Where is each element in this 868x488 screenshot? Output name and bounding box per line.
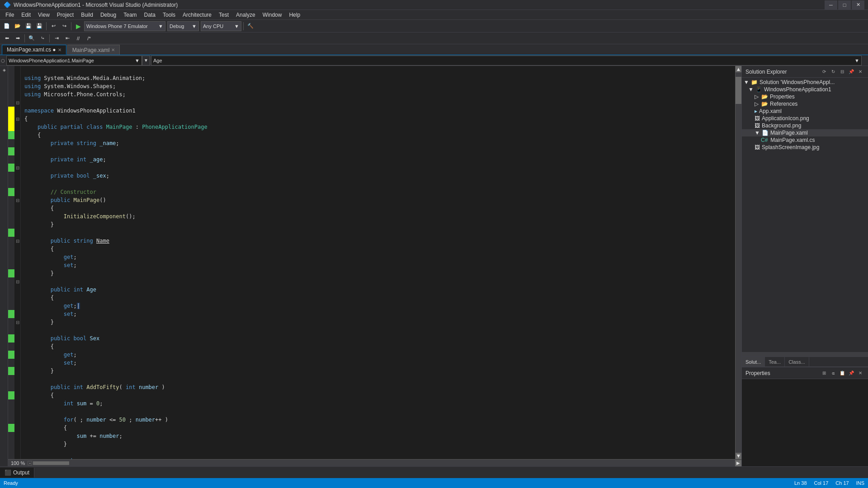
sol-sync-btn[interactable]: ⟳ xyxy=(820,68,828,76)
solution-explorer-title: Solution Explorer xyxy=(745,69,820,75)
collapse-addtofifty[interactable]: ⊟ xyxy=(14,318,20,326)
nav-expand-btn[interactable]: ▼ xyxy=(142,56,150,66)
open-btn[interactable]: 📂 xyxy=(13,21,23,31)
menu-architecture[interactable]: Architecture xyxy=(179,10,215,20)
references-folder-icon: 📂 xyxy=(761,101,768,107)
menu-debug[interactable]: Debug xyxy=(97,10,120,20)
tree-app-xaml[interactable]: ▸ App.xaml xyxy=(742,108,868,115)
indent-btn[interactable]: ⇥ xyxy=(52,33,61,43)
collapse-name[interactable]: ⊟ xyxy=(14,196,20,204)
new-project-btn[interactable]: 📄 xyxy=(2,21,12,31)
tab-mainpage-xaml[interactable]: MainPage.xaml ✕ xyxy=(67,45,120,55)
goto-btn[interactable]: ⤷ xyxy=(38,33,47,43)
collapse-age[interactable]: ⊟ xyxy=(14,237,20,245)
sep1 xyxy=(46,22,47,30)
prop-pages-btn[interactable]: 📋 xyxy=(838,369,846,377)
menu-build[interactable]: Build xyxy=(77,10,97,20)
ind-yellow1 xyxy=(8,107,14,115)
output-tab[interactable]: ⬛ Output xyxy=(0,468,34,478)
menu-view[interactable]: View xyxy=(34,10,53,20)
menu-test[interactable]: Test xyxy=(215,10,232,20)
background-label: Background.png xyxy=(762,122,801,129)
menu-window[interactable]: Window xyxy=(259,10,286,20)
menu-data[interactable]: Data xyxy=(141,10,159,20)
tree-background[interactable]: 🖼 Background.png xyxy=(742,122,868,129)
status-line: Ln 38 xyxy=(794,480,807,486)
nav-member-dropdown[interactable]: Age ▼ xyxy=(151,56,862,66)
collapse-sex[interactable]: ⊟ xyxy=(14,277,20,286)
build-btn[interactable]: 🔨 xyxy=(245,21,255,31)
zoom-minus-btn[interactable]: - xyxy=(28,461,32,465)
collapse-class[interactable]: ⊟ xyxy=(14,115,20,123)
tree-references[interactable]: ▷ 📂 References xyxy=(742,100,868,108)
tab-mainpage-xaml-cs[interactable]: MainPage.xaml.cs ● ✕ xyxy=(2,45,66,55)
sol-tab-team[interactable]: Tea... xyxy=(765,357,785,366)
sol-close-btn[interactable]: ✕ xyxy=(856,68,864,76)
run-btn[interactable]: ▶ xyxy=(73,21,83,31)
tab-close-1[interactable]: ✕ xyxy=(58,47,61,52)
tab-close-2[interactable]: ✕ xyxy=(111,47,115,52)
vertical-scrollbar[interactable]: ▲ ▼ xyxy=(735,66,741,459)
collapse-ctor[interactable]: ⊟ xyxy=(14,164,20,172)
uncomment-btn[interactable]: /* xyxy=(84,33,94,43)
sol-tab-class[interactable]: Class... xyxy=(785,357,809,366)
scroll-up-btn[interactable]: ▲ xyxy=(736,66,741,72)
zoom-level[interactable]: 100 % xyxy=(8,460,28,466)
prop-alpha-btn[interactable]: ⍺ xyxy=(829,369,837,377)
tree-mainpage-xaml-cs[interactable]: C# MainPage.xaml.cs xyxy=(742,136,868,144)
tree-appicon[interactable]: 🖼 ApplicationIcon.png xyxy=(742,115,868,122)
close-button[interactable]: ✕ xyxy=(852,0,864,9)
save-all-btn[interactable]: 💾 xyxy=(34,21,44,31)
prop-categorize-btn[interactable]: ⊞ xyxy=(820,369,828,377)
tree-splashscreen[interactable]: 🖼 SplashScreenImage.jpg xyxy=(742,144,868,151)
outline-blank8 xyxy=(14,310,20,318)
menu-edit[interactable]: Edit xyxy=(18,10,34,20)
menu-tools[interactable]: Tools xyxy=(159,10,179,20)
prop-close-btn[interactable]: ✕ xyxy=(856,369,864,377)
code-content[interactable]: using System.Windows.Media.Animation; us… xyxy=(21,66,735,459)
tree-project[interactable]: ▼ 📱 WindowsPhoneApplication1 xyxy=(742,86,868,93)
scroll-right-btn[interactable]: ▶ xyxy=(735,460,741,466)
scroll-down-btn[interactable]: ▼ xyxy=(736,453,741,459)
minimize-button[interactable]: ─ xyxy=(825,0,837,9)
tree-mainpage-xaml[interactable]: ▼ 📄 MainPage.xaml xyxy=(742,129,868,136)
nav-namespace-dropdown[interactable]: WindowsPhoneApplication1.MainPage ▼ xyxy=(6,56,142,66)
maximize-button[interactable]: □ xyxy=(838,0,851,9)
prop-pin-btn[interactable]: 📌 xyxy=(847,369,855,377)
emulator-dropdown[interactable]: Windows Phone 7 Emulator ▼ xyxy=(84,21,165,31)
undo-btn[interactable]: ↩ xyxy=(48,21,58,31)
ind-blank29 xyxy=(8,408,14,416)
menu-analyze[interactable]: Analyze xyxy=(232,10,259,20)
forward-btn[interactable]: ➡ xyxy=(13,33,23,43)
menu-project[interactable]: Project xyxy=(53,10,77,20)
sol-tab-solution[interactable]: Solut... xyxy=(742,357,765,366)
config-dropdown[interactable]: Debug ▼ xyxy=(167,21,199,31)
sol-pin-btn[interactable]: 📌 xyxy=(847,68,855,76)
scroll-track[interactable] xyxy=(736,72,741,453)
redo-btn[interactable]: ↪ xyxy=(59,21,69,31)
search-btn[interactable]: 🔍 xyxy=(27,33,37,43)
tree-properties[interactable]: ▷ 📂 Properties xyxy=(742,93,868,100)
back-btn[interactable]: ⬅ xyxy=(2,33,12,43)
outline-blank7 xyxy=(14,269,20,277)
comment-btn[interactable]: // xyxy=(73,33,83,43)
outline-blank2 xyxy=(14,74,20,82)
sep4 xyxy=(24,34,25,42)
tree-solution[interactable]: ▼ 📁 Solution 'WindowsPhoneAppl... xyxy=(742,79,868,86)
outdent-btn[interactable]: ⇤ xyxy=(62,33,72,43)
sol-collapse-btn[interactable]: ⊟ xyxy=(838,68,846,76)
horizontal-scroll-thumb[interactable] xyxy=(33,461,69,465)
save-btn[interactable]: 💾 xyxy=(24,21,33,31)
outline-line3 xyxy=(14,131,20,139)
sol-refresh-btn[interactable]: ↻ xyxy=(829,68,837,76)
menu-team[interactable]: Team xyxy=(120,10,140,20)
platform-dropdown[interactable]: Any CPU ▼ xyxy=(201,21,241,31)
sol-h-scroll[interactable] xyxy=(742,352,868,357)
scroll-thumb[interactable] xyxy=(736,77,741,104)
outline-line7 xyxy=(14,172,20,180)
horizontal-scroll-track[interactable] xyxy=(33,461,734,465)
menu-file[interactable]: File xyxy=(2,10,18,20)
title-bar: 🔷 WindowsPhoneApplication1 - Microsoft V… xyxy=(0,0,868,10)
collapse-namespace[interactable]: ⊟ xyxy=(14,99,20,107)
menu-help[interactable]: Help xyxy=(285,10,304,20)
